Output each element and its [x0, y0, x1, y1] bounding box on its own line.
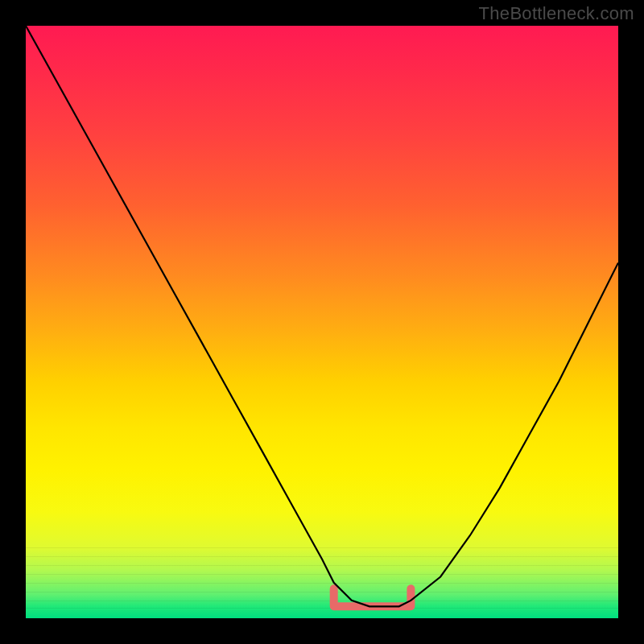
curve-svg [26, 26, 618, 618]
chart-frame: TheBottleneck.com [0, 0, 644, 644]
bottleneck-curve-line [26, 26, 618, 606]
valley-marker [334, 588, 411, 606]
plot-area [26, 26, 618, 618]
watermark-text: TheBottleneck.com [479, 3, 634, 24]
